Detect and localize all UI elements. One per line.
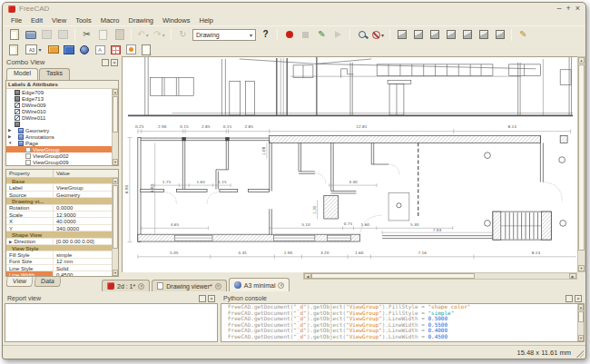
tab-close-icon[interactable]: ×: [215, 283, 221, 290]
expander-icon[interactable]: ▶: [8, 128, 11, 133]
tree-item[interactable]: Edge709: [6, 89, 118, 95]
property-row[interactable]: Line StyleSolid: [6, 265, 118, 271]
property-row-direction[interactable]: ▶Direction[0.00 0.00 0.00]: [6, 239, 118, 245]
menu-tools[interactable]: Tools: [71, 16, 96, 25]
view-axonometric-button[interactable]: [395, 28, 408, 42]
python-console-output[interactable]: FreeCAD.getDocument("_d").getObject("Vie…: [221, 303, 585, 342]
macro-play-button[interactable]: [331, 28, 345, 42]
macro-edit-button[interactable]: ✎: [315, 28, 329, 42]
property-row[interactable]: Font Size12 mm: [6, 259, 118, 265]
view-right-button[interactable]: [444, 28, 457, 42]
report-view-output[interactable]: [5, 303, 218, 342]
drawing-viewport[interactable]: 0.25 2.90 0.15 2.85 0.15 2.85 12.81 8.14…: [122, 56, 577, 272]
scroll-thumb[interactable]: [113, 185, 118, 249]
property-section[interactable]: Base: [6, 178, 118, 184]
scroll-thumb[interactable]: [311, 273, 475, 279]
save-button[interactable]: [40, 28, 54, 42]
workbench-selector[interactable]: Drawing ▾: [192, 29, 256, 41]
expander-icon[interactable]: ▶: [8, 134, 11, 139]
open-file-button[interactable]: [24, 28, 37, 42]
tree-item[interactable]: ViewGroup003: [6, 165, 118, 166]
expander-icon[interactable]: ▶: [9, 240, 12, 244]
python-float-button[interactable]: [565, 295, 573, 302]
print-button[interactable]: [56, 28, 70, 42]
scroll-down-icon[interactable]: ▼: [113, 159, 118, 165]
paste-button[interactable]: [113, 28, 126, 42]
new-sheet-button[interactable]: [7, 44, 20, 55]
draw-style-button[interactable]: ▾: [371, 28, 385, 42]
view-rear-button[interactable]: [460, 28, 474, 42]
tab-close-icon[interactable]: ×: [138, 283, 144, 290]
tab-model[interactable]: Model: [6, 68, 38, 80]
scroll-up-icon[interactable]: ▲: [113, 89, 118, 95]
tab-tasks[interactable]: Tasks: [39, 68, 70, 80]
combo-view-close-button[interactable]: ×: [111, 59, 118, 66]
tree-item-geometry[interactable]: ▶Geometry: [6, 127, 118, 133]
title-bar[interactable]: FreeCAD – + ×: [3, 3, 585, 15]
report-float-button[interactable]: [199, 295, 206, 302]
property-row[interactable]: Y340.0000: [6, 225, 118, 231]
annotation-button[interactable]: A: [93, 44, 106, 55]
menu-file[interactable]: File: [6, 16, 26, 25]
menu-view[interactable]: View: [47, 16, 71, 25]
view-bottom-button[interactable]: [477, 28, 490, 42]
tab-view[interactable]: View: [5, 277, 33, 287]
maximize-button[interactable]: +: [565, 5, 570, 13]
open-browser-button[interactable]: [63, 44, 75, 55]
tab-drawing-viewer[interactable]: Drawing viewer* ×: [152, 280, 227, 291]
canvas-vertical-scrollbar[interactable]: ▲ ▼: [577, 56, 585, 272]
view-front-button[interactable]: [411, 28, 425, 42]
scroll-down-icon[interactable]: ▼: [578, 335, 584, 341]
property-row[interactable]: LabelViewGroup: [6, 184, 118, 191]
measure-distance-button[interactable]: ✎: [516, 28, 530, 42]
scroll-right-icon[interactable]: ▶: [569, 273, 576, 279]
tree-item[interactable]: [6, 121, 118, 127]
tree-item[interactable]: ViewGroup002: [6, 152, 118, 159]
copy-button[interactable]: [96, 28, 110, 42]
property-row[interactable]: Fill Stylesimple: [6, 251, 118, 258]
scroll-up-icon[interactable]: ▲: [113, 178, 118, 184]
tree-item[interactable]: ViewGroup009: [6, 159, 118, 165]
tree-item-viewgroup[interactable]: ViewGroup: [6, 146, 118, 152]
undo-button[interactable]: ↶▾: [136, 28, 150, 42]
tree-item[interactable]: Edge713: [6, 95, 118, 102]
tab-data[interactable]: Data: [34, 277, 61, 287]
menu-drawing[interactable]: Drawing: [124, 16, 159, 25]
property-row[interactable]: SourceGeometry: [6, 192, 118, 198]
scroll-up-icon[interactable]: ▲: [578, 57, 585, 64]
expander-icon[interactable]: ▼: [8, 141, 12, 145]
menu-windows[interactable]: Windows: [158, 16, 194, 25]
whats-this-button[interactable]: ?: [259, 28, 272, 42]
resize-grip[interactable]: [576, 350, 584, 358]
property-row[interactable]: X40.0000: [6, 218, 118, 224]
menu-edit[interactable]: Edit: [26, 16, 47, 25]
view-top-button[interactable]: [428, 28, 441, 42]
scroll-down-icon[interactable]: ▼: [578, 265, 585, 271]
property-section[interactable]: Shape View: [6, 231, 118, 238]
python-close-button[interactable]: ×: [575, 295, 582, 302]
tab-2d-view[interactable]: 2d : 1* ×: [102, 280, 150, 291]
view-left-button[interactable]: [493, 28, 506, 42]
tree-item[interactable]: DWire009: [6, 102, 118, 108]
property-scrollbar[interactable]: ▲ ▼: [112, 178, 118, 276]
macro-record-button[interactable]: [282, 28, 296, 42]
scroll-down-icon[interactable]: ▼: [113, 270, 118, 276]
tree-scrollbar[interactable]: ▲ ▼: [112, 89, 118, 165]
tree-item[interactable]: DWire011: [6, 114, 118, 121]
scroll-thumb[interactable]: [113, 96, 118, 133]
tab-a3-minimal[interactable]: A3 minimal ×: [229, 278, 290, 291]
combo-view-float-button[interactable]: [102, 59, 109, 66]
menu-help[interactable]: Help: [194, 16, 217, 25]
property-section[interactable]: Drawing vi...: [6, 198, 118, 204]
draft-view-button[interactable]: [78, 44, 91, 55]
fit-all-button[interactable]: [355, 28, 369, 42]
symbol-button[interactable]: [124, 44, 137, 55]
export-page-button[interactable]: ↓: [140, 44, 152, 55]
new-file-button[interactable]: [7, 28, 21, 42]
spreadsheet-view-button[interactable]: [109, 44, 122, 55]
property-row[interactable]: Rotation0.0000: [6, 205, 118, 212]
scroll-up-icon[interactable]: ▲: [578, 304, 584, 310]
scroll-thumb[interactable]: [578, 311, 584, 322]
close-button[interactable]: ×: [575, 5, 580, 13]
property-row[interactable]: Scale12.9000: [6, 212, 118, 218]
